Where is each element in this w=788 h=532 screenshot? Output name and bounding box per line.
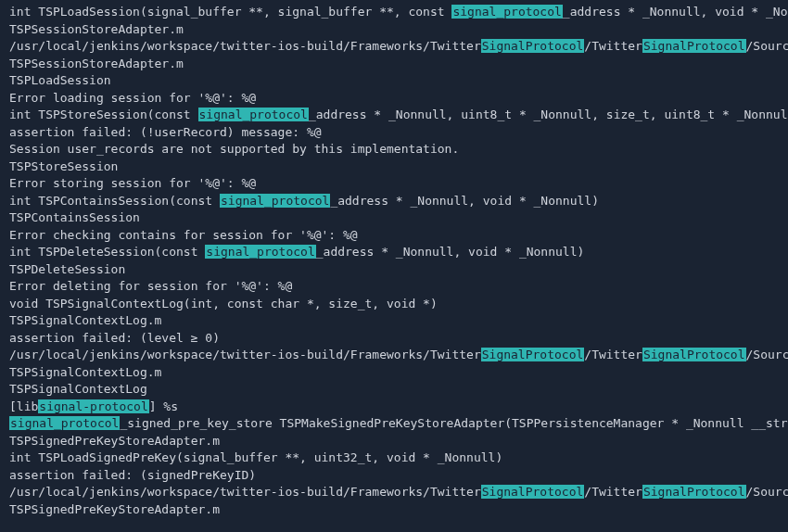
search-highlight: signal_protocol bbox=[9, 416, 120, 430]
output-line: signal_protocol_signed_pre_key_store TSP… bbox=[9, 415, 779, 433]
output-line: /usr/local/jenkins/workspace/twitter-ios… bbox=[9, 347, 779, 364]
output-line: assertion failed: (signedPreKeyID) bbox=[9, 467, 779, 485]
output-line: TSPDeleteSession bbox=[9, 261, 779, 279]
search-highlight: signal_protocol bbox=[205, 245, 315, 259]
search-highlight: signal_protocol bbox=[220, 194, 330, 208]
search-highlight: signal_protocol bbox=[198, 108, 309, 121]
output-line: TSPSignalContextLog.m bbox=[9, 312, 779, 330]
output-line: int TSPDeleteSession(const signal_protoc… bbox=[9, 244, 779, 261]
output-line: Error deleting for session for '%@': %@ bbox=[9, 278, 779, 296]
output-line: Error checking contains for session for … bbox=[9, 227, 779, 245]
search-highlight: SignalProtocol bbox=[642, 485, 746, 499]
output-line: assertion failed: (!userRecord) message:… bbox=[9, 124, 779, 142]
search-highlight: signal-protocol bbox=[38, 399, 148, 413]
output-line: [libsignal-protocol] %s bbox=[9, 399, 779, 416]
output-line: TSPSignalContextLog bbox=[9, 381, 779, 399]
output-line: int TSPLoadSignedPreKey(signal_buffer **… bbox=[9, 450, 779, 467]
output-line: TSPStoreSession bbox=[9, 158, 779, 176]
output-line: TSPLoadSession bbox=[9, 72, 779, 90]
output-line: Error loading session for '%@': %@ bbox=[9, 90, 779, 108]
search-highlight: SignalProtocol bbox=[481, 39, 585, 53]
output-line: void TSPSignalContextLog(int, const char… bbox=[9, 296, 779, 313]
output-line: int TSPLoadSession(signal_buffer **, sig… bbox=[9, 4, 779, 21]
output-line: TSPSessionStoreAdapter.m bbox=[9, 21, 779, 39]
output-line: assertion failed: (level ≥ 0) bbox=[9, 330, 779, 348]
search-highlight: SignalProtocol bbox=[642, 39, 746, 53]
output-line: int TSPContainsSession(const signal_prot… bbox=[9, 193, 779, 210]
output-line: /usr/local/jenkins/workspace/twitter-ios… bbox=[9, 38, 779, 56]
output-line: Session user_records are not supported b… bbox=[9, 141, 779, 158]
output-line: TSPContainsSession bbox=[9, 209, 779, 227]
search-highlight: signal_protocol bbox=[451, 5, 562, 19]
output-line: /usr/local/jenkins/workspace/twitter-ios… bbox=[9, 484, 779, 501]
output-line: TSPSignedPreKeyStoreAdapter.m bbox=[9, 433, 779, 450]
output-line: TSPSignedPreKeyStoreAdapter.m bbox=[9, 501, 779, 519]
terminal-output[interactable]: int TSPLoadSession(signal_buffer **, sig… bbox=[9, 4, 779, 518]
search-highlight: SignalProtocol bbox=[642, 348, 746, 361]
output-line: Error storing session for '%@': %@ bbox=[9, 175, 779, 193]
output-line: TSPSignalContextLog.m bbox=[9, 364, 779, 382]
search-highlight: SignalProtocol bbox=[481, 348, 585, 361]
output-line: TSPSessionStoreAdapter.m bbox=[9, 56, 779, 73]
output-line: int TSPStoreSession(const signal_protoco… bbox=[9, 107, 779, 124]
search-highlight: SignalProtocol bbox=[481, 485, 585, 499]
